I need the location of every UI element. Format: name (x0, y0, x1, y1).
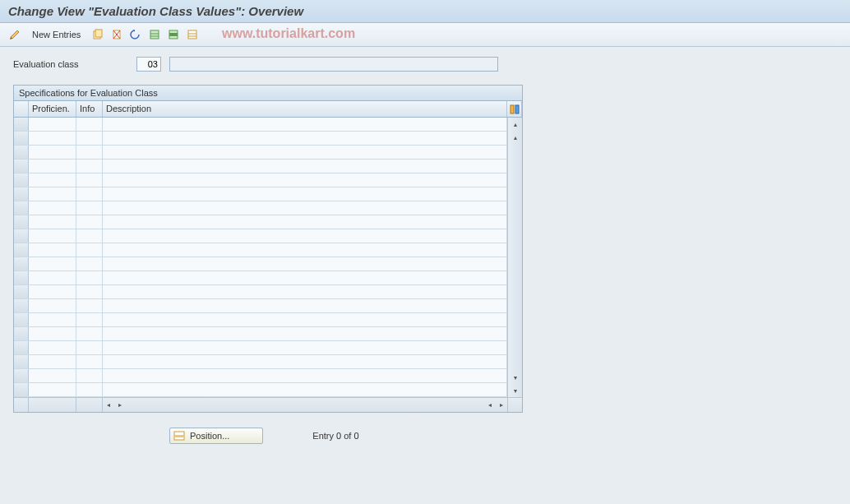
cell-info[interactable] (76, 201, 103, 215)
cell-info[interactable] (76, 341, 103, 354)
col-info-header[interactable]: Info (76, 101, 103, 117)
cell-description[interactable] (103, 201, 507, 215)
cell-info[interactable] (76, 187, 103, 201)
cell-proficiency[interactable] (29, 132, 76, 145)
table-row[interactable] (14, 160, 507, 173)
table-row[interactable] (14, 118, 507, 132)
table-row[interactable] (14, 313, 507, 327)
table-row[interactable] (14, 187, 507, 201)
position-button[interactable]: Position... (169, 428, 263, 444)
cell-description[interactable] (103, 369, 507, 382)
cell-description[interactable] (103, 160, 507, 173)
vertical-scrollbar[interactable]: ▴ ▴ ▾ ▾ (507, 118, 522, 397)
scroll-up-page-icon[interactable]: ▴ (508, 118, 522, 131)
table-row[interactable] (14, 229, 507, 243)
cell-proficiency[interactable] (29, 243, 76, 257)
table-row[interactable] (14, 257, 507, 271)
row-selector[interactable] (14, 215, 29, 229)
cell-description[interactable] (103, 383, 507, 396)
row-selector[interactable] (14, 313, 29, 326)
select-all-icon[interactable] (146, 26, 163, 43)
row-selector[interactable] (14, 299, 29, 312)
vscroll-track[interactable] (508, 144, 522, 371)
row-selector[interactable] (14, 327, 29, 340)
table-row[interactable] (14, 285, 507, 299)
cell-description[interactable] (103, 118, 507, 131)
row-selector[interactable] (14, 201, 29, 215)
cell-proficiency[interactable] (29, 313, 76, 326)
cell-description[interactable] (103, 229, 507, 243)
cell-proficiency[interactable] (29, 215, 76, 229)
scroll-down-page-icon[interactable]: ▾ (508, 384, 522, 397)
cell-info[interactable] (76, 243, 103, 257)
cell-description[interactable] (103, 299, 507, 312)
cell-info[interactable] (76, 285, 103, 298)
row-selector[interactable] (14, 243, 29, 257)
table-row[interactable] (14, 369, 507, 383)
cell-info[interactable] (76, 257, 103, 270)
cell-proficiency[interactable] (29, 146, 76, 159)
table-row[interactable] (14, 271, 507, 285)
cell-info[interactable] (76, 299, 103, 312)
scroll-left-page-icon[interactable]: ▸ (114, 398, 126, 412)
table-row[interactable] (14, 243, 507, 257)
table-row[interactable] (14, 132, 507, 146)
table-row[interactable] (14, 146, 507, 160)
col-proficiency-header[interactable]: Proficien. (29, 101, 76, 117)
row-selector[interactable] (14, 118, 29, 131)
toggle-edit-icon[interactable] (7, 26, 23, 43)
cell-info[interactable] (76, 355, 103, 368)
cell-proficiency[interactable] (29, 173, 76, 187)
cell-proficiency[interactable] (29, 299, 76, 312)
deselect-all-icon[interactable] (184, 26, 201, 43)
cell-description[interactable] (103, 132, 507, 145)
cell-proficiency[interactable] (29, 229, 76, 243)
cell-info[interactable] (76, 313, 103, 326)
scroll-right-page-icon[interactable]: ◂ (484, 398, 496, 412)
cell-proficiency[interactable] (29, 327, 76, 340)
cell-description[interactable] (103, 285, 507, 298)
cell-proficiency[interactable] (29, 257, 76, 270)
cell-description[interactable] (103, 341, 507, 354)
col-description-header[interactable]: Description (103, 101, 507, 117)
row-selector[interactable] (14, 271, 29, 284)
undo-icon[interactable] (127, 26, 144, 43)
row-selector[interactable] (14, 132, 29, 145)
table-row[interactable] (14, 215, 507, 229)
scroll-left-icon[interactable]: ◂ (103, 398, 114, 412)
row-selector[interactable] (14, 146, 29, 159)
cell-description[interactable] (103, 146, 507, 159)
cell-proficiency[interactable] (29, 160, 76, 173)
cell-info[interactable] (76, 118, 103, 131)
row-selector[interactable] (14, 383, 29, 396)
col-select-header[interactable] (14, 101, 29, 117)
cell-description[interactable] (103, 243, 507, 257)
cell-description[interactable] (103, 355, 507, 368)
row-selector[interactable] (14, 369, 29, 382)
row-selector[interactable] (14, 160, 29, 173)
row-selector[interactable] (14, 285, 29, 298)
table-row[interactable] (14, 355, 507, 369)
new-entries-button[interactable]: New Entries (25, 26, 87, 43)
row-selector[interactable] (14, 173, 29, 187)
row-selector[interactable] (14, 341, 29, 354)
table-row[interactable] (14, 299, 507, 313)
cell-proficiency[interactable] (29, 383, 76, 396)
table-row[interactable] (14, 383, 507, 397)
cell-info[interactable] (76, 327, 103, 340)
scroll-down-icon[interactable]: ▾ (508, 371, 522, 384)
cell-proficiency[interactable] (29, 201, 76, 215)
configure-columns-icon[interactable] (507, 101, 522, 117)
cell-info[interactable] (76, 383, 103, 396)
row-selector[interactable] (14, 229, 29, 243)
cell-description[interactable] (103, 173, 507, 187)
table-row[interactable] (14, 173, 507, 187)
table-row[interactable] (14, 327, 507, 341)
table-row[interactable] (14, 341, 507, 355)
cell-info[interactable] (76, 271, 103, 284)
cell-description[interactable] (103, 187, 507, 201)
row-selector[interactable] (14, 257, 29, 270)
cell-proficiency[interactable] (29, 341, 76, 354)
cell-info[interactable] (76, 215, 103, 229)
evaluation-class-code-input[interactable] (136, 57, 161, 72)
